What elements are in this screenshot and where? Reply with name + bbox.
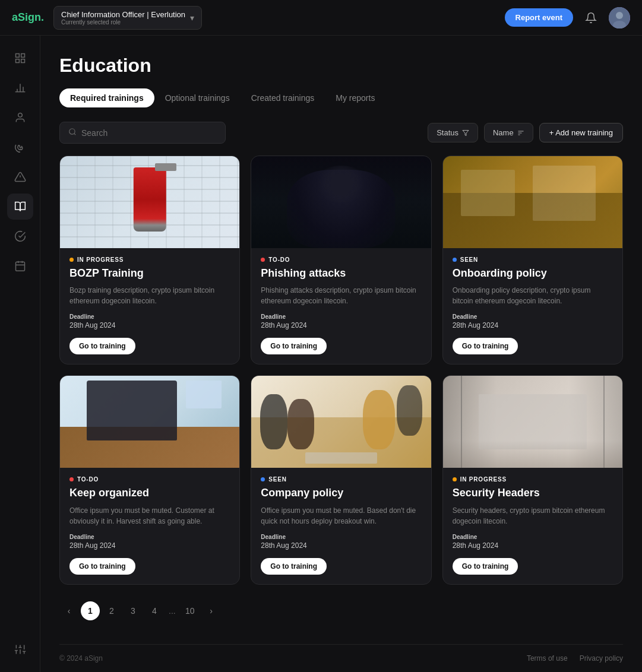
sidebar-item-fire[interactable] (7, 134, 33, 160)
status-text: IN PROGRESS (460, 476, 507, 483)
card-title-organized: Keep organized (69, 486, 230, 500)
footer-link-terms-of-use[interactable]: Terms of use (527, 654, 568, 663)
chevron-down-icon: ▾ (190, 13, 194, 23)
status-dot (69, 258, 74, 262)
card-description-organized: Office ipsum you must be muted. Customer… (69, 505, 230, 527)
user-icon (14, 112, 26, 123)
pagination-next[interactable]: › (202, 601, 221, 620)
sidebar-item-education[interactable] (7, 194, 33, 220)
card-image-security (443, 376, 622, 468)
user-avatar[interactable] (609, 7, 630, 28)
card-phishing: TO-DO Phishing attacks Phishing attacks … (251, 156, 431, 364)
go-to-training-button-organized[interactable]: Go to training (69, 558, 135, 575)
sliders-icon (14, 644, 26, 655)
footer-copyright: © 2024 aSign (59, 654, 103, 663)
deadline-label: Deadline (69, 534, 230, 540)
pagination-prev[interactable]: ‹ (59, 601, 78, 620)
svg-point-1 (616, 12, 623, 19)
tabs: Required trainings Optional trainings Cr… (59, 88, 623, 107)
sidebar-item-user[interactable] (7, 104, 33, 131)
deadline-value: 28th Aug 2024 (69, 321, 230, 329)
card-onboarding: SEEN Onboarding policy Onboarding policy… (442, 156, 623, 364)
sidebar-item-alert[interactable] (7, 164, 33, 190)
role-selector-text: Chief Information Officer | Everlution C… (61, 10, 185, 26)
card-grid: IN PROGRESS BOZP Training Bozp training … (59, 156, 623, 585)
deadline-label: Deadline (453, 313, 613, 320)
sidebar (0, 36, 40, 672)
search-input[interactable] (81, 128, 217, 138)
card-status-bozp: IN PROGRESS (69, 256, 230, 263)
go-to-training-button-bozp[interactable]: Go to training (69, 338, 135, 354)
footer: © 2024 aSign Terms of usePrivacy policy (59, 644, 623, 672)
alert-triangle-icon (14, 171, 26, 183)
toolbar-right: Status Name + Add new training (428, 123, 623, 142)
card-body-security: IN PROGRESS Security Headers Security he… (443, 468, 622, 584)
logo-text: aSign. (12, 11, 44, 24)
status-text: IN PROGRESS (77, 256, 124, 263)
card-security: IN PROGRESS Security Headers Security he… (442, 375, 623, 584)
card-status-company: SEEN (261, 476, 421, 483)
go-to-training-button-phishing[interactable]: Go to training (261, 338, 327, 354)
card-status-organized: TO-DO (69, 476, 230, 483)
go-to-training-button-company[interactable]: Go to training (261, 558, 327, 575)
role-title: Chief Information Officer | Everlution (61, 10, 185, 19)
deadline-label: Deadline (261, 313, 421, 320)
topnav: aSign. Chief Information Officer | Everl… (0, 0, 642, 36)
sort-icon (517, 129, 524, 137)
status-dot (261, 258, 265, 262)
tab-created[interactable]: Created trainings (241, 88, 325, 107)
pagination-page-10[interactable]: 10 (181, 601, 200, 620)
name-filter-button[interactable]: Name (484, 123, 533, 142)
name-filter-label: Name (493, 128, 514, 137)
pagination-page-2[interactable]: 2 (102, 601, 121, 620)
tab-reports[interactable]: My reports (325, 88, 385, 107)
app-logo[interactable]: aSign. (12, 11, 44, 24)
status-filter-label: Status (437, 128, 458, 137)
search-box (59, 122, 226, 144)
add-training-button[interactable]: + Add new training (539, 123, 623, 142)
card-title-security: Security Headers (453, 486, 613, 500)
filter-icon (462, 129, 469, 137)
toolbar: Status Name + Add new training (59, 122, 623, 144)
svg-line-28 (74, 134, 76, 135)
status-dot (453, 258, 457, 262)
pagination-page-3[interactable]: 3 (124, 601, 143, 620)
svg-rect-6 (15, 59, 19, 63)
deadline-label: Deadline (261, 534, 421, 540)
footer-link-privacy-policy[interactable]: Privacy policy (580, 654, 623, 663)
deadline-value: 28th Aug 2024 (453, 321, 613, 329)
tab-optional[interactable]: Optional trainings (154, 88, 241, 107)
deadline-value: 28th Aug 2024 (453, 541, 613, 550)
notification-icon[interactable] (581, 8, 600, 27)
main-content: Education Required trainings Optional tr… (40, 36, 642, 672)
pagination-page-1[interactable]: 1 (81, 601, 100, 620)
card-title-onboarding: Onboarding policy (453, 267, 613, 280)
svg-point-27 (69, 129, 75, 134)
status-filter-button[interactable]: Status (428, 123, 478, 142)
card-description-security: Security headers, crypto ipsum bitcoin e… (453, 505, 613, 527)
sidebar-item-chart[interactable] (7, 75, 33, 101)
grid-icon (14, 52, 26, 64)
card-body-organized: TO-DO Keep organized Office ipsum you mu… (60, 468, 239, 584)
pagination: ‹1234...10› (59, 601, 623, 620)
sidebar-item-settings[interactable] (7, 636, 33, 663)
role-subtitle: Currently selected role (61, 19, 185, 26)
footer-links: Terms of usePrivacy policy (527, 654, 623, 663)
sidebar-item-dashboard[interactable] (7, 45, 33, 71)
svg-marker-29 (463, 130, 469, 135)
book-open-icon (14, 201, 26, 213)
go-to-training-button-security[interactable]: Go to training (453, 558, 518, 575)
svg-rect-3 (15, 54, 19, 58)
sidebar-item-check[interactable] (7, 223, 33, 249)
report-event-button[interactable]: Report event (505, 8, 573, 27)
svg-rect-5 (21, 59, 24, 63)
card-title-company: Company policy (261, 486, 421, 500)
sidebar-item-calendar[interactable] (7, 253, 33, 279)
card-body-phishing: TO-DO Phishing attacks Phishing attacks … (251, 248, 431, 364)
role-selector[interactable]: Chief Information Officer | Everlution C… (53, 6, 202, 30)
tab-required[interactable]: Required trainings (59, 88, 154, 107)
card-title-phishing: Phishing attacks (261, 267, 421, 280)
pagination-page-4[interactable]: 4 (145, 601, 164, 620)
go-to-training-button-onboarding[interactable]: Go to training (453, 338, 518, 354)
status-dot (453, 477, 457, 481)
